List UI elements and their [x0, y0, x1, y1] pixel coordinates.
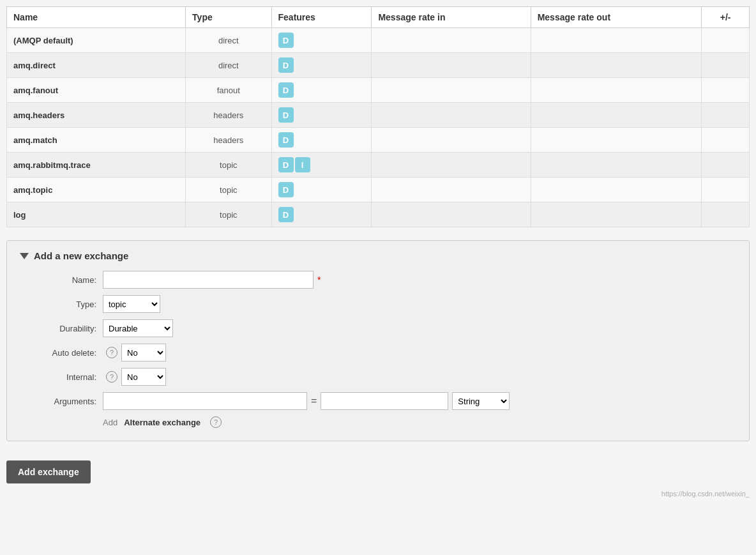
table-row-rate-in — [372, 202, 531, 227]
add-args-link[interactable]: Add — [103, 418, 117, 427]
table-row-rate-in — [372, 103, 531, 128]
auto-delete-label: Auto delete: — [20, 348, 103, 358]
table-row-actions — [702, 153, 750, 178]
table-row-type: topic — [186, 178, 271, 202]
table-row-rate-out — [531, 178, 702, 202]
arguments-value-input[interactable] — [321, 392, 448, 410]
table-row-name[interactable]: amq.direct — [7, 53, 186, 78]
table-row-actions — [702, 128, 750, 153]
name-required: * — [317, 275, 321, 285]
table-row-type: fanout — [186, 78, 271, 103]
internal-label: Internal: — [20, 372, 103, 382]
table-row-type: headers — [186, 103, 271, 128]
table-row-name[interactable]: amq.topic — [7, 178, 186, 202]
table-row-rate-out — [531, 128, 702, 153]
feature-badge: D — [278, 157, 294, 172]
feature-badge: D — [278, 207, 294, 222]
table-row-features: D — [271, 202, 372, 227]
table-row-rate-in — [372, 128, 531, 153]
arguments-label: Arguments: — [20, 397, 103, 406]
alternate-exchange-label: Alternate exchange — [124, 418, 200, 427]
table-row-actions — [702, 28, 750, 53]
table-row-rate-out — [531, 78, 702, 103]
table-row-type: direct — [186, 28, 271, 53]
durability-row: Durability: DurableTransient — [20, 319, 736, 337]
table-row-rate-in — [372, 28, 531, 53]
internal-help-icon[interactable]: ? — [106, 371, 117, 383]
table-row-name[interactable]: (AMQP default) — [7, 28, 186, 53]
col-header-type: Type — [186, 7, 271, 28]
feature-badge: D — [278, 132, 294, 148]
table-row-features: D — [271, 53, 372, 78]
type-label: Type: — [20, 300, 103, 309]
auto-delete-help-icon[interactable]: ? — [106, 347, 117, 358]
equals-sign: = — [311, 395, 317, 407]
table-row-actions — [702, 53, 750, 78]
auto-delete-row: Auto delete: ? NoYes — [20, 344, 736, 361]
type-select[interactable]: directfanoutheaderstopic — [103, 295, 160, 313]
table-row-rate-in — [372, 53, 531, 78]
alternate-exchange-help-icon[interactable]: ? — [210, 416, 222, 428]
table-row-rate-out — [531, 28, 702, 53]
table-row-actions — [702, 78, 750, 103]
table-row-features: D — [271, 178, 372, 202]
name-row: Name: * — [20, 271, 736, 289]
name-label: Name: — [20, 275, 103, 285]
table-row-actions — [702, 178, 750, 202]
table-row-type: topic — [186, 153, 271, 178]
table-row-name[interactable]: amq.rabbitmq.trace — [7, 153, 186, 178]
arguments-row: Arguments: = StringNumberBooleanList — [20, 392, 736, 410]
feature-badge: D — [278, 33, 294, 48]
args-inputs: = StringNumberBooleanList — [103, 392, 510, 410]
col-header-rate-out: Message rate out — [531, 7, 702, 28]
alternate-exchange-row: Add Alternate exchange ? — [103, 416, 736, 428]
table-row-name[interactable]: amq.fanout — [7, 78, 186, 103]
col-header-rate-in: Message rate in — [372, 7, 531, 28]
durability-select[interactable]: DurableTransient — [103, 319, 173, 337]
table-row-name[interactable]: amq.match — [7, 128, 186, 153]
add-exchange-section: Add a new exchange Name: * Type: directf… — [6, 240, 750, 441]
section-title: Add a new exchange — [34, 250, 128, 261]
table-row-rate-out — [531, 153, 702, 178]
table-row-rate-out — [531, 202, 702, 227]
exchanges-table: Name Type Features Message rate in Messa… — [6, 6, 750, 227]
section-header: Add a new exchange — [20, 250, 736, 261]
table-row-features: D — [271, 103, 372, 128]
feature-badge: D — [278, 107, 294, 123]
table-row-actions — [702, 103, 750, 128]
table-row-actions — [702, 202, 750, 227]
footer-url: https://blog.csdn.net/weixin_ — [6, 490, 750, 498]
auto-delete-select[interactable]: NoYes — [121, 344, 166, 361]
table-row-features: D — [271, 28, 372, 53]
table-row-features: D — [271, 78, 372, 103]
table-row-features: DI — [271, 153, 372, 178]
collapse-icon[interactable] — [20, 253, 29, 259]
table-row-features: D — [271, 128, 372, 153]
name-input[interactable] — [103, 271, 314, 289]
col-header-features: Features — [271, 7, 372, 28]
table-row-name[interactable]: amq.headers — [7, 103, 186, 128]
table-row-rate-in — [372, 178, 531, 202]
arguments-type-select[interactable]: StringNumberBooleanList — [452, 392, 510, 410]
feature-badge: D — [278, 57, 294, 73]
internal-row: Internal: ? NoYes — [20, 368, 736, 386]
table-row-type: topic — [186, 202, 271, 227]
feature-badge: I — [295, 157, 310, 172]
arguments-key-input[interactable] — [103, 392, 307, 410]
type-row: Type: directfanoutheaderstopic — [20, 295, 736, 313]
feature-badge: D — [278, 82, 294, 98]
table-row-name[interactable]: log — [7, 202, 186, 227]
table-row-rate-in — [372, 78, 531, 103]
internal-select[interactable]: NoYes — [121, 368, 166, 386]
table-row-rate-out — [531, 53, 702, 78]
col-header-actions: +/- — [702, 7, 750, 28]
feature-badge: D — [278, 182, 294, 197]
table-row-rate-out — [531, 103, 702, 128]
col-header-name: Name — [7, 7, 186, 28]
add-exchange-button[interactable]: Add exchange — [6, 460, 91, 483]
durability-label: Durability: — [20, 324, 103, 333]
table-row-type: direct — [186, 53, 271, 78]
table-row-rate-in — [372, 153, 531, 178]
table-row-type: headers — [186, 128, 271, 153]
